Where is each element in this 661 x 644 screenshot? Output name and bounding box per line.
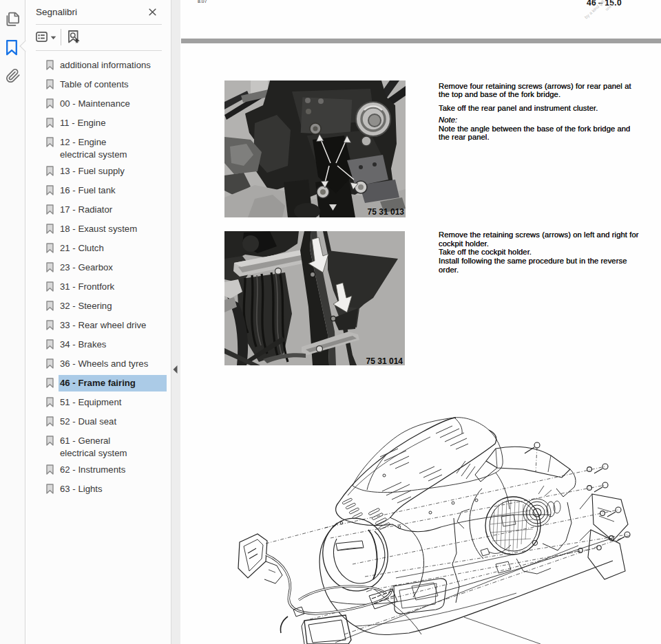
svg-text:75 31 014: 75 31 014 bbox=[366, 356, 403, 365]
svg-text:75 31 013: 75 31 013 bbox=[368, 207, 405, 217]
